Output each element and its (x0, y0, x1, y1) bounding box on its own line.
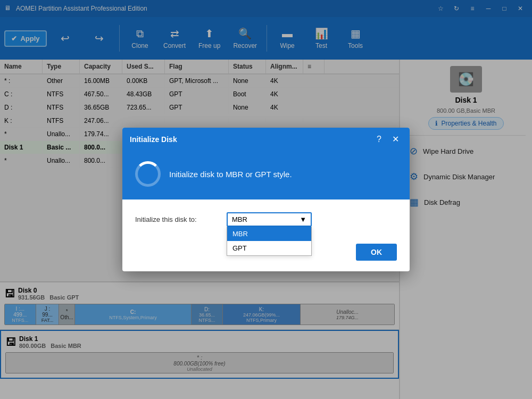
dialog-close-button[interactable]: ✕ (389, 133, 402, 145)
select-dropdown: MBR GPT (227, 227, 312, 256)
disk-type-select[interactable]: MBR ▼ MBR GPT (227, 212, 312, 227)
option-gpt[interactable]: GPT (227, 241, 311, 255)
dialog-hero-text: Initialize disk to MBR or GPT style. (169, 170, 292, 179)
dialog-help-button[interactable]: ? (373, 133, 385, 145)
dialog-body: Initialize this disk to: MBR ▼ MBR GPT (122, 200, 410, 244)
option-mbr[interactable]: MBR (227, 227, 311, 241)
init-label: Initialize this disk to: (135, 215, 220, 223)
select-display[interactable]: MBR ▼ (227, 212, 312, 227)
dialog-overlay: Initialize Disk ? ✕ Initialize disk to M… (0, 0, 532, 399)
disk-type-row: Initialize this disk to: MBR ▼ MBR GPT (135, 212, 397, 227)
dialog-hero: Initialize disk to MBR or GPT style. (122, 151, 410, 200)
dialog-spinner (135, 161, 161, 187)
dialog-title: Initialize Disk (130, 135, 177, 144)
initialize-disk-dialog: Initialize Disk ? ✕ Initialize disk to M… (122, 128, 410, 271)
selected-value: MBR (232, 215, 247, 223)
dialog-header: Initialize Disk ? ✕ (122, 128, 410, 151)
ok-button[interactable]: OK (356, 244, 397, 261)
dialog-header-controls: ? ✕ (373, 133, 402, 145)
chevron-down-icon: ▼ (300, 215, 306, 223)
